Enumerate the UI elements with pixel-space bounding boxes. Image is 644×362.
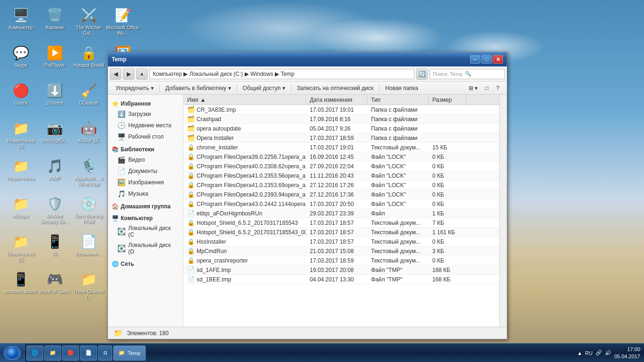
close-button[interactable]: ✕ — [493, 55, 503, 64]
computer-group[interactable]: 🖥️ Компьютер — [108, 211, 183, 223]
desktop-icon-potplayer[interactable]: ▶️ PotPlayer — [38, 41, 72, 79]
desktop-icon-nero[interactable]: 💿 Nero Burning ROM — [72, 192, 106, 230]
col-header-size[interactable]: Размер — [429, 95, 466, 105]
minimize-button[interactable]: ─ — [470, 55, 480, 64]
desktop-icon-aimp[interactable]: 🎵 AIMP — [38, 155, 72, 192]
help-button[interactable]: ? — [492, 83, 503, 93]
nav-item-drive-c[interactable]: 💽 Локальный диск (C — [108, 223, 183, 240]
back-button[interactable]: ◀ — [110, 68, 121, 80]
col-header-name[interactable]: Имя ▲ — [183, 95, 306, 105]
desktop-icon-ccleaner[interactable]: 🧹 CCleaner — [72, 79, 106, 117]
file-row-18[interactable]: 📄 sd_1BEE.tmp 04.04.2017 13:30 Файл "TMP… — [183, 275, 499, 284]
add-library-button[interactable]: Добавить в библиотеку ▾ — [162, 83, 235, 93]
file-row-6[interactable]: 🔒 CProgram FilesOpera40.0.2308.62opera_a… — [183, 162, 499, 171]
file-row-17[interactable]: 📄 sd_1AFE.tmp 19.03.2017 20:08 Файл "TMP… — [183, 265, 499, 275]
refresh-button[interactable]: 🔄 — [416, 68, 428, 80]
organize-button[interactable]: Упорядочить ▾ — [112, 83, 157, 93]
col-header-type[interactable]: Тип — [367, 95, 429, 105]
desktop-icon-krbotse[interactable]: 🤖 KRBot SE — [72, 117, 106, 155]
file-cell-name-14: 🔒 HssInstaller — [183, 238, 306, 245]
taskbar-yandex-button[interactable]: Я — [98, 346, 112, 361]
favorites-group[interactable]: ⭐ Избранное — [108, 97, 183, 108]
desktop-icon-mcafee[interactable]: 🛡️ McAfee Security So... — [38, 192, 72, 230]
file-row-3[interactable]: 🗂️ Opera Installer 17.03.2017 18:59 Папк… — [183, 133, 499, 143]
tray-clock[interactable]: 17:00 05.04.2017 — [614, 346, 640, 360]
nav-item-documents[interactable]: 📄 Документы — [108, 165, 183, 177]
nav-item-recent[interactable]: 🕒 Недавние места — [108, 120, 183, 131]
nav-item-music[interactable]: 🎵 Музыка — [108, 188, 183, 199]
desktop-icon-new-folder-2[interactable]: 📁 Новая папка (2) — [4, 230, 38, 268]
file-row-9[interactable]: 🔒 CProgram FilesOpera42.0.2393.94opera_a… — [183, 190, 499, 199]
share-button[interactable]: Общий доступ ▾ — [239, 83, 289, 93]
file-row-2[interactable]: 🗂️ opera autoupdate 05.04.2017 9:26 Папк… — [183, 124, 499, 133]
file-row-12[interactable]: 🔒 Hotspot_Shield_6.5.2_20170317185543 17… — [183, 218, 499, 228]
tray-language[interactable]: RU — [585, 350, 593, 356]
file-row-7[interactable]: 🔒 CProgram FilesOpera41.0.2353.56opera_a… — [183, 171, 499, 181]
up-button[interactable]: ▲ — [136, 68, 148, 80]
desktop-icon-skype[interactable]: 💬 Skype — [4, 41, 38, 79]
file-cell-date-6: 27.09.2016 22:04 — [306, 163, 367, 170]
taskbar-ie-button[interactable]: 🌐 — [26, 346, 43, 361]
taskbar-temp-button[interactable]: 📁 Temp — [113, 346, 146, 361]
file-row-11[interactable]: 📄 etilqs_aFOxrHigmbosRUn 29.03.2017 23:3… — [183, 209, 499, 218]
file-row-4[interactable]: 🔒 chrome_installer 17.03.2017 19:01 Текс… — [183, 143, 499, 152]
taskbar-word-button[interactable]: 📄 — [80, 346, 97, 361]
start-button[interactable] — [0, 344, 25, 362]
file-cell-name-16: 🔒 opera_crashreporter — [183, 257, 306, 264]
forward-button[interactable]: ▶ — [123, 68, 134, 80]
file-cell-size-4: 15 КБ — [429, 144, 466, 151]
desktop-icon-three-choices[interactable]: 📁 Three Choices f... — [72, 268, 106, 305]
desktop-icon-new-folder-3[interactable]: 📁 Новая папка (3) — [4, 117, 38, 155]
nav-item-video[interactable]: 🎬 Видео — [108, 154, 183, 165]
tray-show-hidden[interactable]: ▲ — [577, 350, 582, 356]
maximize-button[interactable]: □ — [481, 55, 492, 64]
file-row-1[interactable]: 🗂️ Crashpad 17.09.2016 8:16 Папка с файл… — [183, 115, 499, 124]
file-row-13[interactable]: 🔒 Hotspot_Shield_6.5.2_20170317185543_00… — [183, 228, 499, 237]
libraries-group[interactable]: 📚 Библиотеки — [108, 142, 183, 154]
desktop-icon-worldoftanks[interactable]: 🎮 World of Tanks — [38, 268, 72, 305]
file-row-8[interactable]: 🔒 CProgram FilesOpera41.0.2353.69opera_a… — [183, 181, 499, 190]
file-row-14[interactable]: 🔒 HssInstaller 17.03.2017 18:57 Текстовы… — [183, 237, 499, 247]
desktop-icon-witcher[interactable]: ⚔️ The Witcher Gol... — [72, 4, 106, 41]
desktop-icon-6nmwg4d[interactable]: 📷 6nmWg4D... — [38, 117, 72, 155]
new-folder-2-icon: 📁 — [12, 233, 29, 250]
preview-pane-button[interactable]: □ — [481, 83, 492, 93]
homegroup-group[interactable]: 🏠 Домашняя группа — [108, 199, 183, 211]
file-row-10[interactable]: 🔒 CProgram FilesOpera43.0.2442.1144opera… — [183, 199, 499, 209]
taskbar-opera-button[interactable]: 🔴 — [62, 346, 79, 361]
address-path[interactable]: Компьютер ▶ Локальный диск (C:) ▶ Window… — [149, 69, 414, 79]
file-row-15[interactable]: 🔒 MpCmdRun 21.03.2017 15:08 Текстовый до… — [183, 247, 499, 256]
new-folder-button[interactable]: Новая папка — [381, 83, 422, 93]
desktop-icon-ms-office[interactable]: 📝 Microsoft Office Wo... — [106, 4, 140, 41]
title-bar-buttons: ─ □ ✕ — [470, 55, 503, 64]
taskbar-explorer-button[interactable]: 📁 — [44, 346, 61, 361]
start-orb[interactable] — [4, 346, 21, 360]
file-row-5[interactable]: 🔒 CProgram FilesOpera39.0.2256.71opera_a… — [183, 152, 499, 162]
desktop-icon-opera[interactable]: 🔴 Opera — [4, 79, 38, 117]
nav-item-downloads[interactable]: ⬇️ Загрузки — [108, 108, 183, 120]
desktop-icon-computer[interactable]: 🖥️ Компьютер — [4, 4, 38, 41]
file-cell-size-9: 0 КБ — [429, 191, 466, 198]
desktop-icon-hotspot-shield[interactable]: 🔒 Hotspot Shield — [72, 41, 106, 79]
network-group[interactable]: 🌐 Сеть — [108, 257, 183, 269]
desktop-icon-91[interactable]: 📱 91 — [38, 230, 72, 268]
view-button[interactable]: ⊞ ▾ — [465, 83, 481, 93]
file-row-0[interactable]: 🗂️ CR_3A83E.tmp 17.03.2017 19:01 Папка с… — [183, 105, 499, 115]
desktop-icon-reviews[interactable]: 📁 обзоры — [4, 192, 38, 230]
nav-item-drive-d[interactable]: 💽 Локальный диск (D — [108, 240, 183, 257]
burn-button[interactable]: Записать на оптический диск — [293, 83, 378, 93]
file-row-16[interactable]: 🔒 opera_crashreporter 17.03.2017 18:59 Т… — [183, 256, 499, 265]
search-box[interactable]: Поиск: Temp 🔍 — [429, 69, 505, 79]
col-header-date[interactable]: Дата изменения — [306, 95, 367, 105]
desktop-icon-basket[interactable]: 🗑️ Корзина — [38, 4, 72, 41]
desktop-icon-new-folder[interactable]: 📁 Новая папка — [4, 155, 38, 192]
address-bar: ◀ ▶ ▲ Компьютер ▶ Локальный диск (C:) ▶ … — [108, 66, 507, 82]
desktop-icon-bezymyann[interactable]: 📄 Безымянн... — [72, 230, 106, 268]
desktop-icon-audiozap[interactable]: 🎙️ Аудиозап... в WhatsApp — [72, 155, 106, 192]
desktop-icon-windows-phone[interactable]: 📱 windows phone — [4, 268, 38, 305]
nav-item-images[interactable]: 🖼️ Изображения — [108, 177, 183, 188]
nav-item-desktop[interactable]: 🖥️ Рабочий стол — [108, 131, 183, 142]
scrollbar[interactable] — [499, 95, 507, 327]
tray-volume-icon[interactable]: 🔊 — [605, 350, 611, 356]
desktop-icon-utorrent[interactable]: ⬇️ µTorrent — [38, 79, 72, 117]
